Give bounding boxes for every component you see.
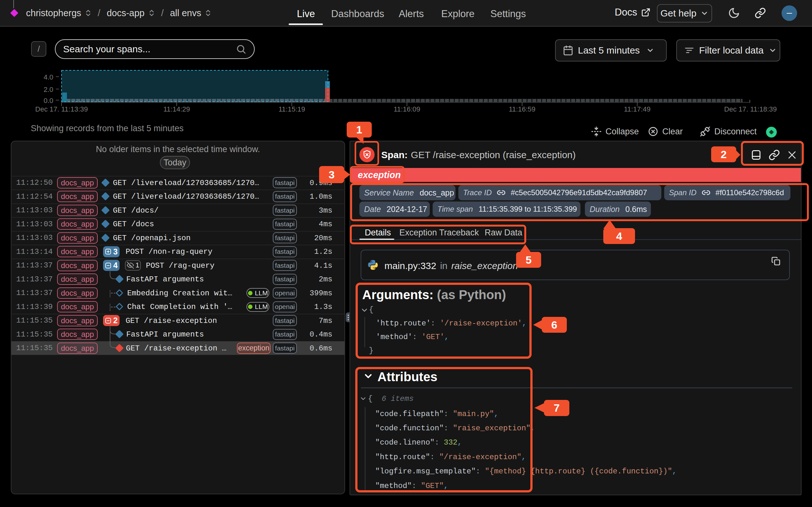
- svg-text:Dec 17. 11:13:39: Dec 17. 11:13:39: [35, 105, 88, 113]
- svg-text:11:14:29: 11:14:29: [163, 105, 190, 113]
- svg-text:0.0: 0.0: [44, 97, 53, 105]
- svg-text:4.0: 4.0: [44, 73, 53, 81]
- svg-text:2.0: 2.0: [44, 86, 53, 94]
- svg-text:11:16:09: 11:16:09: [394, 105, 420, 113]
- svg-text:11:15:19: 11:15:19: [278, 105, 305, 113]
- svg-text:Dec 17. 11:18:39: Dec 17. 11:18:39: [724, 105, 777, 113]
- svg-text:11:17:49: 11:17:49: [624, 105, 651, 113]
- svg-text:11:16:59: 11:16:59: [509, 105, 536, 113]
